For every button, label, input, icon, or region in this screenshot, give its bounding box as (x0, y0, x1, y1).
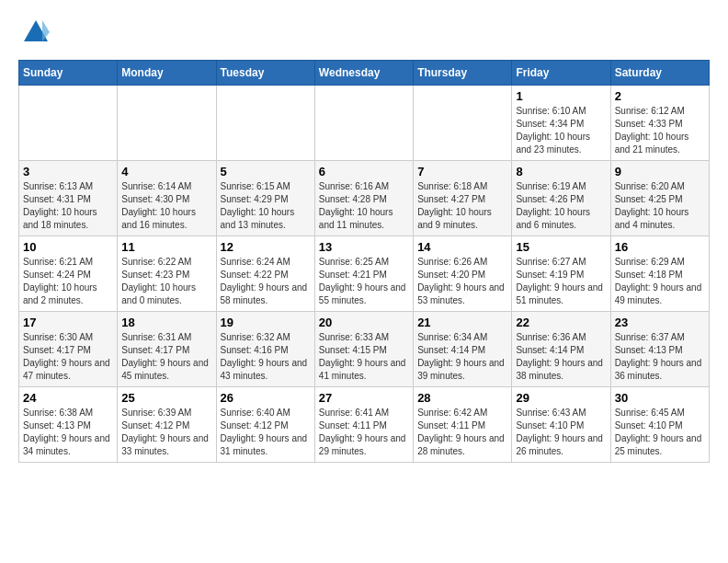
day-info: Sunrise: 6:25 AM Sunset: 4:21 PM Dayligh… (319, 256, 409, 307)
calendar-week-4: 17Sunrise: 6:30 AM Sunset: 4:17 PM Dayli… (19, 312, 710, 387)
calendar-cell: 17Sunrise: 6:30 AM Sunset: 4:17 PM Dayli… (19, 312, 118, 387)
day-info: Sunrise: 6:29 AM Sunset: 4:18 PM Dayligh… (615, 256, 705, 307)
day-info: Sunrise: 6:30 AM Sunset: 4:17 PM Dayligh… (23, 331, 113, 383)
day-info: Sunrise: 6:26 AM Sunset: 4:20 PM Dayligh… (417, 256, 507, 307)
day-number: 25 (121, 391, 211, 405)
day-info: Sunrise: 6:19 AM Sunset: 4:26 PM Dayligh… (516, 180, 606, 232)
logo (18, 18, 50, 51)
day-info: Sunrise: 6:14 AM Sunset: 4:30 PM Dayligh… (121, 180, 211, 232)
day-info: Sunrise: 6:18 AM Sunset: 4:27 PM Dayligh… (417, 180, 507, 232)
day-number: 9 (615, 165, 705, 178)
weekday-header-saturday: Saturday (610, 61, 709, 86)
day-info: Sunrise: 6:16 AM Sunset: 4:28 PM Dayligh… (319, 180, 409, 232)
calendar-cell: 6Sunrise: 6:16 AM Sunset: 4:28 PM Daylig… (314, 161, 413, 236)
logo-icon (22, 18, 50, 46)
calendar-cell: 28Sunrise: 6:42 AM Sunset: 4:11 PM Dayli… (414, 387, 512, 463)
calendar-body: 1Sunrise: 6:10 AM Sunset: 4:34 PM Daylig… (19, 86, 710, 463)
calendar-cell: 7Sunrise: 6:18 AM Sunset: 4:27 PM Daylig… (414, 161, 512, 236)
day-info: Sunrise: 6:33 AM Sunset: 4:15 PM Dayligh… (319, 331, 409, 383)
calendar-cell: 15Sunrise: 6:27 AM Sunset: 4:19 PM Dayli… (512, 236, 610, 312)
day-info: Sunrise: 6:37 AM Sunset: 4:13 PM Dayligh… (615, 331, 705, 383)
weekday-header-friday: Friday (512, 61, 610, 86)
calendar-cell: 2Sunrise: 6:12 AM Sunset: 4:33 PM Daylig… (610, 86, 709, 161)
day-info: Sunrise: 6:45 AM Sunset: 4:10 PM Dayligh… (615, 407, 705, 458)
calendar-cell: 4Sunrise: 6:14 AM Sunset: 4:30 PM Daylig… (118, 161, 216, 236)
day-number: 13 (319, 240, 409, 254)
calendar-table: SundayMondayTuesdayWednesdayThursdayFrid… (18, 60, 710, 463)
day-info: Sunrise: 6:15 AM Sunset: 4:29 PM Dayligh… (221, 180, 311, 232)
day-number: 12 (221, 240, 311, 254)
day-number: 18 (121, 316, 211, 329)
day-number: 1 (516, 89, 606, 103)
day-info: Sunrise: 6:12 AM Sunset: 4:33 PM Dayligh… (615, 105, 705, 156)
weekday-header-row: SundayMondayTuesdayWednesdayThursdayFrid… (19, 61, 710, 86)
day-number: 16 (615, 240, 705, 254)
calendar-cell: 21Sunrise: 6:34 AM Sunset: 4:14 PM Dayli… (414, 312, 512, 387)
calendar-cell: 8Sunrise: 6:19 AM Sunset: 4:26 PM Daylig… (512, 161, 610, 236)
day-info: Sunrise: 6:41 AM Sunset: 4:11 PM Dayligh… (319, 407, 409, 458)
calendar-week-3: 10Sunrise: 6:21 AM Sunset: 4:24 PM Dayli… (19, 236, 710, 312)
day-number: 30 (615, 391, 705, 405)
weekday-header-wednesday: Wednesday (314, 61, 413, 86)
calendar-cell: 12Sunrise: 6:24 AM Sunset: 4:22 PM Dayli… (216, 236, 314, 312)
day-info: Sunrise: 6:31 AM Sunset: 4:17 PM Dayligh… (121, 331, 211, 383)
calendar-cell: 25Sunrise: 6:39 AM Sunset: 4:12 PM Dayli… (118, 387, 216, 463)
calendar-week-5: 24Sunrise: 6:38 AM Sunset: 4:13 PM Dayli… (19, 387, 710, 463)
day-number: 7 (417, 165, 507, 178)
day-info: Sunrise: 6:20 AM Sunset: 4:25 PM Dayligh… (615, 180, 705, 232)
day-info: Sunrise: 6:42 AM Sunset: 4:11 PM Dayligh… (417, 407, 507, 458)
calendar-cell: 5Sunrise: 6:15 AM Sunset: 4:29 PM Daylig… (216, 161, 314, 236)
day-number: 15 (516, 240, 606, 254)
day-number: 23 (615, 316, 705, 329)
weekday-header-sunday: Sunday (19, 61, 118, 86)
day-number: 10 (23, 240, 113, 254)
calendar-cell: 14Sunrise: 6:26 AM Sunset: 4:20 PM Dayli… (414, 236, 512, 312)
calendar-cell: 22Sunrise: 6:36 AM Sunset: 4:14 PM Dayli… (512, 312, 610, 387)
day-number: 3 (23, 165, 113, 178)
calendar-cell (19, 86, 118, 161)
weekday-header-monday: Monday (118, 61, 216, 86)
day-number: 20 (319, 316, 409, 329)
calendar-cell: 3Sunrise: 6:13 AM Sunset: 4:31 PM Daylig… (19, 161, 118, 236)
weekday-header-thursday: Thursday (414, 61, 512, 86)
day-number: 6 (319, 165, 409, 178)
day-info: Sunrise: 6:10 AM Sunset: 4:34 PM Dayligh… (516, 105, 606, 156)
calendar-cell: 13Sunrise: 6:25 AM Sunset: 4:21 PM Dayli… (314, 236, 413, 312)
calendar-cell (216, 86, 314, 161)
day-info: Sunrise: 6:38 AM Sunset: 4:13 PM Dayligh… (23, 407, 113, 458)
day-number: 27 (319, 391, 409, 405)
calendar-cell: 20Sunrise: 6:33 AM Sunset: 4:15 PM Dayli… (314, 312, 413, 387)
calendar-cell: 26Sunrise: 6:40 AM Sunset: 4:12 PM Dayli… (216, 387, 314, 463)
calendar-cell: 23Sunrise: 6:37 AM Sunset: 4:13 PM Dayli… (610, 312, 709, 387)
day-info: Sunrise: 6:39 AM Sunset: 4:12 PM Dayligh… (121, 407, 211, 458)
day-info: Sunrise: 6:22 AM Sunset: 4:23 PM Dayligh… (121, 256, 211, 307)
calendar-cell: 9Sunrise: 6:20 AM Sunset: 4:25 PM Daylig… (610, 161, 709, 236)
day-info: Sunrise: 6:21 AM Sunset: 4:24 PM Dayligh… (23, 256, 113, 307)
day-number: 26 (221, 391, 311, 405)
day-number: 2 (615, 89, 705, 103)
day-number: 17 (23, 316, 113, 329)
day-number: 5 (221, 165, 311, 178)
page-header (18, 18, 710, 51)
calendar-week-2: 3Sunrise: 6:13 AM Sunset: 4:31 PM Daylig… (19, 161, 710, 236)
calendar-cell: 1Sunrise: 6:10 AM Sunset: 4:34 PM Daylig… (512, 86, 610, 161)
day-number: 28 (417, 391, 507, 405)
day-info: Sunrise: 6:13 AM Sunset: 4:31 PM Dayligh… (23, 180, 113, 232)
day-number: 24 (23, 391, 113, 405)
day-info: Sunrise: 6:27 AM Sunset: 4:19 PM Dayligh… (516, 256, 606, 307)
day-number: 11 (121, 240, 211, 254)
calendar-cell: 30Sunrise: 6:45 AM Sunset: 4:10 PM Dayli… (610, 387, 709, 463)
calendar-cell: 10Sunrise: 6:21 AM Sunset: 4:24 PM Dayli… (19, 236, 118, 312)
day-info: Sunrise: 6:36 AM Sunset: 4:14 PM Dayligh… (516, 331, 606, 383)
calendar-cell (314, 86, 413, 161)
calendar-cell: 16Sunrise: 6:29 AM Sunset: 4:18 PM Dayli… (610, 236, 709, 312)
calendar-week-1: 1Sunrise: 6:10 AM Sunset: 4:34 PM Daylig… (19, 86, 710, 161)
day-number: 8 (516, 165, 606, 178)
calendar-cell: 19Sunrise: 6:32 AM Sunset: 4:16 PM Dayli… (216, 312, 314, 387)
weekday-header-tuesday: Tuesday (216, 61, 314, 86)
day-number: 19 (221, 316, 311, 329)
calendar-cell: 24Sunrise: 6:38 AM Sunset: 4:13 PM Dayli… (19, 387, 118, 463)
day-number: 14 (417, 240, 507, 254)
day-number: 4 (121, 165, 211, 178)
day-info: Sunrise: 6:34 AM Sunset: 4:14 PM Dayligh… (417, 331, 507, 383)
